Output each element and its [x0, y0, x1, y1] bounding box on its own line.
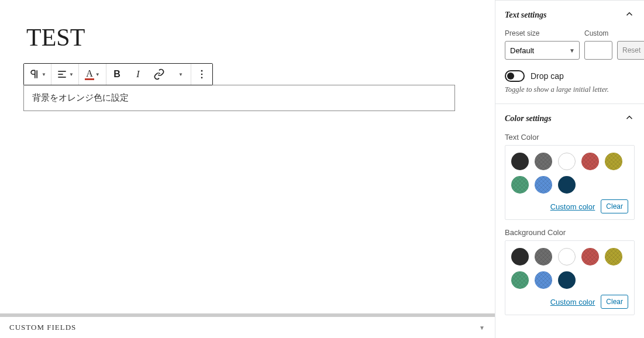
post-title[interactable]: TEST	[26, 23, 471, 51]
link-button[interactable]	[149, 64, 170, 85]
bg-color-clear-button[interactable]: Clear	[601, 295, 628, 309]
text-settings-toggle[interactable]: Text settings	[495, 1, 644, 29]
align-button[interactable]: ▼	[51, 64, 78, 85]
italic-button[interactable]: I	[128, 64, 149, 85]
text-color-icon: A	[85, 69, 94, 80]
chevron-up-icon	[624, 9, 635, 21]
link-icon	[153, 68, 165, 80]
text-color-button[interactable]: A ▼	[79, 64, 106, 85]
reset-size-button[interactable]: Reset	[617, 41, 644, 60]
bold-button[interactable]: B	[106, 64, 128, 85]
bold-icon: B	[113, 69, 120, 80]
bg-color-swatch-navy[interactable]	[558, 271, 576, 289]
bg-custom-color-link[interactable]: Custom color	[550, 298, 595, 306]
chevron-down-icon: ▼	[69, 72, 74, 77]
bg-color-swatch-red[interactable]	[581, 248, 599, 265]
text-color-swatch-green[interactable]	[511, 176, 529, 194]
bg-color-box: Custom color Clear	[505, 240, 635, 315]
dropcap-label: Drop cap	[531, 71, 564, 81]
color-settings-title: Color settings	[505, 114, 552, 123]
more-options-button[interactable]	[191, 64, 212, 85]
text-color-swatch-black[interactable]	[511, 153, 529, 170]
bg-color-label: Background Color	[505, 228, 635, 237]
text-settings-title: Text settings	[505, 11, 546, 20]
text-color-swatch-navy[interactable]	[558, 176, 576, 194]
more-vertical-icon	[196, 68, 208, 80]
block-toolbar: ▼ ▼ A ▼ B I ▼	[23, 63, 213, 85]
custom-fields-panel: CUSTOM FIELDS ▼	[0, 313, 495, 338]
dropcap-toggle[interactable]	[505, 70, 525, 82]
editor-canvas: TEST ▼ ▼ A ▼ B	[0, 0, 495, 338]
text-color-box: Custom color Clear	[505, 145, 635, 220]
text-color-swatches	[511, 153, 628, 194]
chevron-down-icon: ▼	[42, 72, 46, 77]
custom-fields-title: CUSTOM FIELDS	[9, 323, 76, 332]
preset-size-label: Preset size	[505, 29, 580, 37]
paragraph-type-button[interactable]: ▼	[24, 64, 51, 85]
chevron-down-icon: ▼	[95, 72, 100, 77]
color-settings-panel: Color settings Text Color Custom color C…	[495, 104, 644, 333]
bg-color-swatch-green[interactable]	[511, 271, 529, 289]
bg-color-swatch-black[interactable]	[511, 248, 529, 265]
chevron-down-icon: ▼	[178, 72, 183, 77]
text-color-swatch-white[interactable]	[558, 153, 576, 170]
bg-color-swatches	[511, 248, 628, 289]
preset-size-select[interactable]: Default	[505, 41, 580, 60]
text-custom-color-link[interactable]: Custom color	[550, 202, 595, 211]
text-settings-panel: Text settings Preset size Default ▼ Cust…	[495, 0, 644, 104]
dropcap-description: Toggle to show a large initial letter.	[505, 85, 635, 94]
paragraph-block[interactable]: 背景をオレンジ色に設定	[23, 85, 455, 111]
italic-icon: I	[136, 69, 139, 80]
bg-color-swatch-gray[interactable]	[535, 248, 552, 265]
bg-color-swatch-olive[interactable]	[605, 248, 622, 265]
toggle-knob	[507, 73, 514, 80]
bg-color-swatch-white[interactable]	[558, 248, 576, 265]
chevron-down-icon: ▼	[479, 325, 485, 331]
text-color-swatch-blue[interactable]	[535, 176, 552, 194]
custom-fields-header[interactable]: CUSTOM FIELDS ▼	[0, 317, 495, 338]
svg-point-4	[201, 74, 203, 75]
chevron-up-icon	[624, 112, 635, 125]
align-left-icon	[56, 68, 68, 80]
bg-color-swatch-blue[interactable]	[535, 271, 552, 289]
custom-size-label: Custom	[584, 29, 612, 37]
text-color-clear-button[interactable]: Clear	[601, 199, 628, 213]
more-richtext-button[interactable]: ▼	[170, 64, 191, 85]
custom-size-input[interactable]	[584, 41, 612, 60]
svg-point-3	[201, 70, 203, 72]
color-settings-toggle[interactable]: Color settings	[495, 104, 644, 133]
text-color-swatch-red[interactable]	[581, 153, 599, 170]
editor-main: TEST ▼ ▼ A ▼ B	[0, 0, 495, 338]
text-color-swatch-olive[interactable]	[605, 153, 622, 170]
svg-point-5	[201, 77, 203, 79]
settings-sidebar: Text settings Preset size Default ▼ Cust…	[495, 0, 644, 338]
pilcrow-icon	[29, 68, 40, 80]
text-color-label: Text Color	[505, 133, 635, 142]
text-color-swatch-gray[interactable]	[535, 153, 552, 170]
